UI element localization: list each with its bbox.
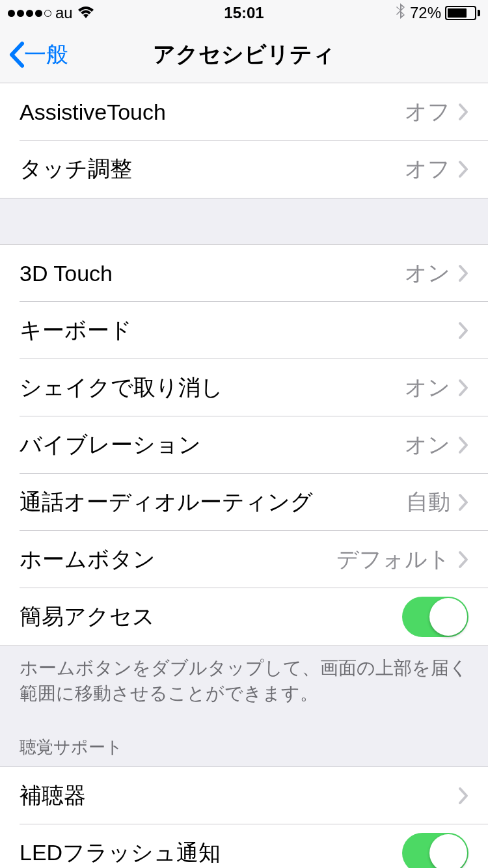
chevron-right-icon [458,436,468,454]
cell-label: ホームボタン [20,545,336,575]
cell-label: AssistiveTouch [20,100,405,125]
cell-assistivetouch[interactable]: AssistiveTouch オフ [0,83,488,141]
cell-reachability: 簡易アクセス [0,588,488,645]
reachability-switch[interactable] [402,597,468,637]
cell-label: 通話オーディオルーティング [20,487,406,517]
cell-label: バイブレーション [20,430,405,460]
status-left: au [8,4,95,22]
cell-vibration[interactable]: バイブレーション オン [0,416,488,474]
wifi-icon [77,7,95,20]
cell-value: デフォルト [336,545,450,575]
cell-value: オン [405,373,450,403]
settings-group-touch: AssistiveTouch オフ タッチ調整 オフ [0,83,488,198]
cell-label: 3D Touch [20,261,405,286]
back-label: 一般 [24,40,68,70]
cell-label: シェイクで取り消し [20,373,405,403]
cell-shake-undo[interactable]: シェイクで取り消し オン [0,359,488,416]
cell-value: オン [405,430,450,460]
status-bar: au 15:01 72% [0,0,488,26]
cell-label: タッチ調整 [20,154,405,184]
carrier-label: au [55,4,73,22]
cell-call-audio-routing[interactable]: 通話オーディオルーティング 自動 [0,474,488,531]
chevron-right-icon [458,103,468,121]
cell-label: 補聴器 [20,781,450,811]
status-right: 72% [396,3,480,23]
chevron-right-icon [458,550,468,569]
cell-home-button[interactable]: ホームボタン デフォルト [0,531,488,588]
bluetooth-icon [396,3,406,23]
cell-keyboard[interactable]: キーボード [0,302,488,359]
chevron-left-icon [8,41,24,68]
group-spacer [0,198,488,244]
cell-led-flash: LEDフラッシュ通知 [0,824,488,868]
cell-value: オフ [405,154,450,184]
cell-value: オン [405,258,450,288]
led-flash-switch[interactable] [402,833,468,868]
settings-group-interaction: 3D Touch オン キーボード シェイクで取り消し オン バイブレーション … [0,244,488,646]
cell-value: オフ [405,97,450,127]
cell-hearing-aids[interactable]: 補聴器 [0,767,488,824]
chevron-right-icon [458,321,468,340]
signal-strength-icon [8,10,51,17]
battery-percent: 72% [410,4,441,22]
cell-value: 自動 [406,487,450,517]
chevron-right-icon [458,160,468,178]
chevron-right-icon [458,379,468,397]
chevron-right-icon [458,264,468,282]
navigation-bar: 一般 アクセシビリティ [0,26,488,83]
cell-3d-touch[interactable]: 3D Touch オン [0,245,488,302]
section-header-hearing: 聴覚サポート [0,712,488,766]
cell-touch-adjustment[interactable]: タッチ調整 オフ [0,141,488,198]
settings-group-hearing: 補聴器 LEDフラッシュ通知 [0,766,488,868]
group-footer-text: ホームボタンをダブルタップして、画面の上部を届く範囲に移動させることができます。 [0,646,488,712]
cell-label: キーボード [20,316,450,346]
page-title: アクセシビリティ [153,40,335,70]
cell-label: 簡易アクセス [20,602,402,632]
chevron-right-icon [458,493,468,511]
chevron-right-icon [458,787,468,805]
content-area: AssistiveTouch オフ タッチ調整 オフ 3D Touch オン キ… [0,83,488,868]
back-button[interactable]: 一般 [0,40,68,70]
battery-icon [445,6,480,20]
status-time: 15:01 [224,4,264,22]
cell-label: LEDフラッシュ通知 [20,838,402,868]
